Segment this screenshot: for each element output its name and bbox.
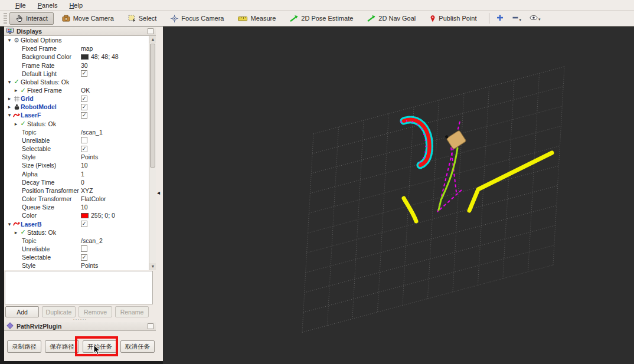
panel-collapse-strip[interactable]: ◂ [156,27,163,361]
property-checkbox[interactable]: ✓ [81,96,87,102]
property-checkbox[interactable] [81,137,87,143]
expander-right-icon[interactable]: ▸ [6,104,12,110]
move-camera-icon [62,15,70,22]
tree-row-selectable[interactable]: Selectable✓ [4,253,156,261]
expander-down-icon[interactable]: ▾ [6,112,12,118]
path-plugin-float-button[interactable] [148,323,153,329]
tree-row-unreliable[interactable]: Unreliable [4,245,156,253]
property-value[interactable]: /scan_1 [81,129,103,136]
expander-right-icon[interactable]: ▸ [13,121,19,127]
scroll-up-icon[interactable]: ▲ [149,36,156,43]
property-value[interactable]: 1 [81,170,84,178]
property-value: 48; 48; 48 [91,53,119,60]
tree-row-fixed-frame[interactable]: Fixed Framemap [4,44,156,53]
status-ok-icon: ✓ [19,228,27,236]
tree-row-global-options[interactable]: ▾⚙Global Options [4,36,156,44]
displays-panel-float-button[interactable] [148,28,153,34]
add-button[interactable]: Add [5,306,39,317]
3d-viewport[interactable] [163,27,634,364]
tree-row-status-ok[interactable]: ▸✓Status: Ok [4,120,156,128]
panel-splitter-handle[interactable]: ······ [4,318,156,322]
tool-button-2d-nav-goal[interactable]: 2D Nav Goal [361,12,421,24]
path-plugin-button-4[interactable]: 取消任务 [120,340,155,353]
tree-row-grid[interactable]: ▸Grid✓ [4,94,156,103]
property-value[interactable]: /scan_2 [81,237,103,244]
tree-row-robotmodel[interactable]: ▸RobotModel✓ [4,103,156,111]
property-value[interactable]: 10 [81,162,88,169]
window-edge-left [0,27,4,364]
tool-button-focus-camera[interactable]: Focus Camera [165,12,230,25]
property-checkbox[interactable]: ✓ [81,104,87,110]
tool-button-move-camera[interactable]: Move Camera [56,12,120,24]
tree-row-size-pixels[interactable]: Size (Pixels)10 [4,161,156,169]
property-checkbox[interactable]: ✓ [81,146,87,152]
duplicate-button[interactable]: Duplicate [42,306,76,317]
scroll-down-icon[interactable]: ▼ [149,263,156,270]
property-label: Status: Ok [27,120,56,127]
path-plugin-button-1[interactable]: 录制路径 [7,340,41,353]
expander-right-icon[interactable]: ▸ [13,229,19,235]
color-swatch[interactable] [81,213,89,218]
tree-row-color-transformer[interactable]: Color TransformerFlatColor [4,195,156,203]
expander-right-icon[interactable]: ▸ [6,96,12,101]
toolbar-drag-handle[interactable] [4,13,7,24]
property-value[interactable]: Points [81,262,98,269]
property-checkbox[interactable]: ✓ [81,254,87,261]
tool-button-measure[interactable]: Measure [232,12,282,24]
tree-row-position-transformer[interactable]: Position TransformerXYZ [4,186,156,195]
tree-row-selectable[interactable]: Selectable✓ [4,145,156,153]
color-swatch[interactable] [81,54,89,60]
expander-down-icon[interactable]: ▾ [6,37,12,43]
property-checkbox[interactable]: ✓ [81,112,87,119]
tool-button-interact[interactable]: Interact [9,12,54,25]
tool-button-remove-tool-minus-icon[interactable]: ▾ [508,12,525,24]
expander-down-icon[interactable]: ▾ [6,79,12,85]
tree-row-topic[interactable]: Topic/scan_1 [4,128,156,136]
rename-button[interactable]: Rename [115,306,149,317]
collapse-arrow-icon[interactable]: ◂ [157,189,160,196]
tree-row-unreliable[interactable]: Unreliable [4,136,156,145]
tree-row-alpha[interactable]: Alpha1 [4,170,156,178]
property-value[interactable]: FlatColor [81,195,106,202]
tree-row-queue-size[interactable]: Queue Size10 [4,203,156,211]
expander-right-icon[interactable]: ▸ [13,87,19,93]
property-checkbox[interactable]: ✓ [81,70,87,77]
tree-row-status-ok[interactable]: ▸✓Status: Ok [4,228,156,237]
tree-row-decay-time[interactable]: Decay Time0 [4,178,156,186]
tree-row-laserf[interactable]: ▾LaserF✓ [4,111,156,119]
tree-scrollbar[interactable]: ▲▼ [149,36,156,270]
property-value[interactable]: OK [81,87,90,94]
property-checkbox[interactable]: ✓ [81,221,87,227]
tree-row-color[interactable]: Color255; 0; 0 [4,211,156,219]
tool-button-select[interactable]: Select [122,12,163,24]
tree-row-background-color[interactable]: Background Color48; 48; 48 [4,53,156,61]
tool-button-tool-properties-eye-icon[interactable]: ▾ [526,13,544,24]
tree-row-global-status-ok[interactable]: ▾✓Global Status: Ok [4,78,156,86]
tree-row-frame-rate[interactable]: Frame Rate30 [4,61,156,69]
expander-down-icon[interactable]: ▾ [6,221,12,227]
property-value[interactable]: Points [81,153,98,160]
property-value[interactable]: map [81,45,93,52]
scrollbar-thumb[interactable] [150,44,155,168]
menu-item-help[interactable]: Help [64,1,87,9]
remove-tool-minus-icon [512,14,519,22]
tree-row-style[interactable]: StylePoints [4,261,156,270]
property-value[interactable]: 0 [81,179,84,186]
menu-item-panels[interactable]: Panels [33,1,63,9]
tree-row-style[interactable]: StylePoints [4,153,156,161]
property-label: Status: Ok [27,229,56,236]
property-value[interactable]: XYZ [81,187,93,194]
property-label: Frame Rate [22,62,54,69]
menu-item-file[interactable]: File [11,1,31,9]
tree-row-topic[interactable]: Topic/scan_2 [4,237,156,245]
tool-button-publish-point[interactable]: Publish Point [424,12,482,25]
property-checkbox[interactable] [81,245,87,252]
property-value[interactable]: 30 [81,62,88,69]
tool-button-add-tool-plus-icon[interactable] [493,12,507,24]
tool-button-2d-pose-estimate[interactable]: 2D Pose Estimate [284,12,359,24]
tree-row-laserb[interactable]: ▾LaserB✓ [4,219,156,228]
path-plugin-button-2[interactable]: 保存路径 [45,340,79,353]
tree-row-default-light[interactable]: Default Light✓ [4,70,156,78]
tree-row-fixed-frame[interactable]: ▸✓Fixed FrameOK [4,86,156,94]
property-value[interactable]: 10 [81,204,88,211]
